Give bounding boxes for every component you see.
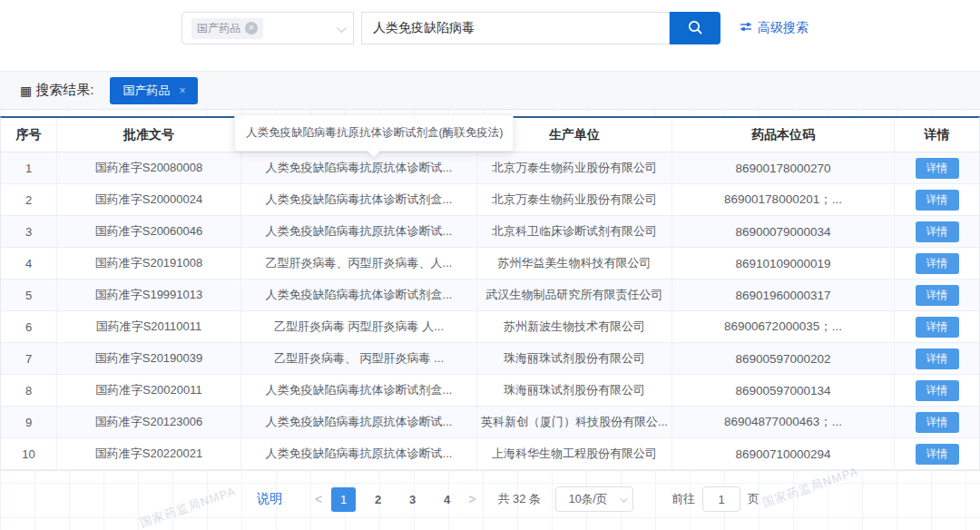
category-tag-close-icon[interactable]: × [245,22,258,34]
detail-button[interactable]: 详情 [916,412,959,433]
cell-manufacturer: 武汉生物制品研究所有限责任公司 [477,280,672,310]
detail-button[interactable]: 详情 [916,158,959,179]
watermark-text: 国家药监局NMPA [138,483,238,530]
category-tag: 国产药品 × [191,18,263,39]
cell-manufacturer: 珠海丽珠试剂股份有限公司 [477,375,672,406]
cell-seq: 8 [1,375,57,406]
header-drug-code: 药品本位码 [672,118,895,152]
cell-drug-code: 86900710000294 [672,438,895,469]
cell-drug-name: 人类免疫缺陷病毒抗原抗体诊断试... [241,216,477,247]
cell-drug-name: 乙型肝炎病毒、丙型肝炎病毒、人... [241,248,477,279]
cell-seq: 9 [1,407,57,437]
table-row: 8 国药准字S20020011 人类免疫缺陷病毒抗体诊断试剂盒... 珠海丽珠试… [1,375,979,407]
result-table: 序号 批准文号 生产单位 药品本位码 详情 1 国药准字S20080008 人类… [0,116,980,471]
detail-button[interactable]: 详情 [916,317,959,338]
detail-button[interactable]: 详情 [916,285,959,306]
detail-button[interactable]: 详情 [916,380,959,401]
search-icon [686,18,704,39]
cell-detail: 详情 [895,375,979,406]
prev-page-button[interactable]: < [306,492,331,506]
table-row: 2 国药准字S20000024 人类免疫缺陷病毒抗体诊断试剂盒... 北京万泰生… [1,184,979,216]
cell-manufacturer: 苏州新波生物技术有限公司 [477,311,672,342]
cell-drug-name: 人类免疫缺陷病毒抗体诊断试剂盒... [241,375,477,406]
detail-button[interactable]: 详情 [916,444,959,465]
header-detail: 详情 [895,118,979,152]
cell-drug-name: 人类免疫缺陷病毒抗体诊断试剂盒... [241,184,477,215]
cell-drug-code: 86901960000317 [672,280,895,310]
total-count: 共 32 条 [497,491,541,507]
table-row: 7 国药准字S20190039 乙型肝炎病毒、 丙型肝炎病毒 ... 珠海丽珠试… [1,343,979,375]
cell-approval-number: 国药准字S19991013 [57,280,241,310]
cell-detail: 详情 [895,311,979,342]
results-bar: ▦ 搜索结果: 国产药品 × [0,71,980,110]
cell-manufacturer: 苏州华益美生物科技有限公司 [477,248,672,279]
cell-drug-name: 人类免疫缺陷病毒抗体诊断试剂盒... [241,280,477,310]
cell-detail: 详情 [895,343,979,374]
cell-detail: 详情 [895,152,979,183]
cell-detail: 详情 [895,248,979,279]
page-size-value: 10条/页 [569,492,607,507]
category-select[interactable]: 国产药品 × [181,12,354,44]
next-page-button[interactable]: > [459,492,485,506]
cell-manufacturer: 珠海丽珠试剂股份有限公司 [477,343,672,374]
page-button-4[interactable]: 4 [435,487,459,512]
cell-approval-number: 国药准字S20020011 [57,375,241,406]
cell-drug-name: 乙型肝炎病毒、 丙型肝炎病毒 ... [241,343,477,374]
page-buttons: 1234 [331,487,459,512]
note-link[interactable]: 说明 [257,491,282,507]
cell-seq: 7 [1,343,57,374]
header-approval-number: 批准文号 [57,118,241,152]
page-size-select[interactable]: 10条/页 [555,486,633,512]
search-section: 国产药品 × 高级搜索 [0,0,980,71]
chevron-down-icon [620,495,627,502]
search-input[interactable] [361,12,670,44]
detail-button[interactable]: 详情 [916,348,959,369]
table-row: 1 国药准字S20080008 人类免疫缺陷病毒抗原抗体诊断试... 北京万泰生… [1,152,979,184]
cell-seq: 5 [1,280,57,310]
table-row: 10 国药准字S20220021 人类免疫缺陷病毒抗原抗体诊断试... 上海科华… [1,438,979,470]
cell-drug-code: 86900079000034 [672,216,895,247]
cell-drug-name: 乙型肝炎病毒 丙型肝炎病毒 人... [241,311,477,342]
search-button[interactable] [670,12,720,44]
cell-manufacturer: 英科新创（厦门）科技股份有限公... [477,407,672,437]
cell-drug-code: 86900672000035；... [672,311,895,342]
cell-approval-number: 国药准字S20220021 [57,438,241,469]
cell-detail: 详情 [895,407,979,437]
detail-button[interactable]: 详情 [916,190,959,211]
detail-button[interactable]: 详情 [916,253,959,274]
active-filter-tag[interactable]: 国产药品 × [110,77,198,104]
filter-tag-close-icon[interactable]: × [179,84,185,97]
cell-approval-number: 国药准字S20000024 [57,184,241,215]
detail-button[interactable]: 详情 [916,221,959,242]
cell-drug-code: 86900178000270 [672,152,895,183]
table-row: 3 国药准字S20060046 人类免疫缺陷病毒抗原抗体诊断试... 北京科卫临… [1,216,979,248]
filter-icon [740,21,752,36]
advanced-search-link[interactable]: 高级搜索 [740,20,808,36]
cell-approval-number: 国药准字S20110011 [57,311,241,342]
cell-drug-code: 86904877000463；... [672,407,895,437]
table-row: 4 国药准字S20191008 乙型肝炎病毒、丙型肝炎病毒、人... 苏州华益美… [1,248,979,280]
chevron-down-icon [337,23,347,33]
cell-drug-code: 86900597000202 [672,343,895,374]
cell-drug-code: 86900597000134 [672,375,895,406]
page-button-3[interactable]: 3 [400,487,425,512]
table-row: 5 国药准字S19991013 人类免疫缺陷病毒抗体诊断试剂盒... 武汉生物制… [1,280,979,311]
cell-detail: 详情 [895,216,979,247]
category-tag-label: 国产药品 [197,21,240,36]
goto-page-input[interactable] [702,486,740,512]
cell-approval-number: 国药准字S20191008 [57,248,241,279]
cell-drug-code: 86910109000019 [672,248,895,279]
active-filter-tag-label: 国产药品 [122,83,170,99]
page-button-1[interactable]: 1 [331,487,356,512]
goto-suffix: 页 [748,491,760,507]
cell-seq: 6 [1,311,57,342]
cell-drug-name: 人类免疫缺陷病毒抗原抗体诊断试... [241,438,477,469]
page-button-2[interactable]: 2 [366,487,390,512]
pagination: 说明 < 1234 > 共 32 条 10条/页 前往 页 [257,486,760,512]
goto-page: 前往 页 [671,486,760,512]
cell-detail: 详情 [895,438,979,469]
cell-approval-number: 国药准字S20060046 [57,216,241,247]
table-row: 6 国药准字S20110011 乙型肝炎病毒 丙型肝炎病毒 人... 苏州新波生… [1,311,979,343]
cell-manufacturer: 北京万泰生物药业股份有限公司 [477,152,672,183]
cell-seq: 10 [1,438,57,469]
